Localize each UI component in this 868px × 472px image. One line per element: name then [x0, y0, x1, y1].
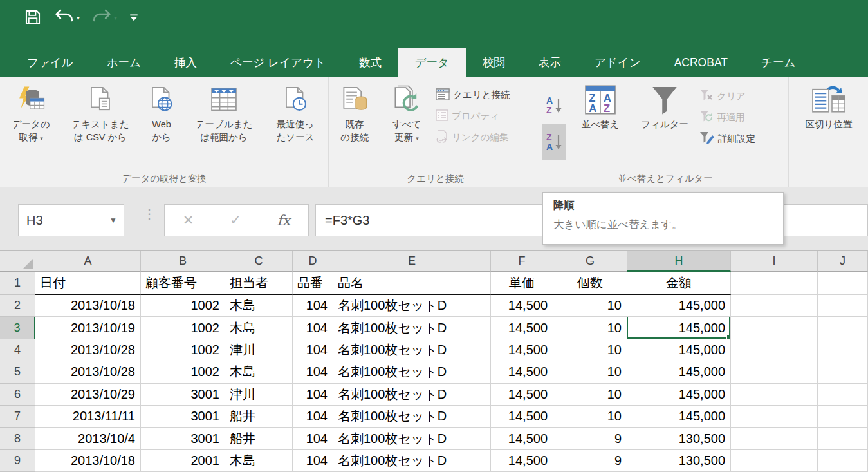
row-header-9[interactable]: 9 [0, 450, 35, 472]
from-table-range-button[interactable]: テーブルまた は範囲から [184, 80, 264, 144]
cell-C2[interactable]: 木島 [225, 295, 293, 317]
cell-B7[interactable]: 3001 [141, 406, 225, 428]
row-header-7[interactable]: 7 [0, 406, 35, 428]
cell-I3[interactable] [731, 317, 818, 339]
cell-J2[interactable] [818, 295, 868, 317]
cell-C6[interactable]: 津川 [225, 384, 293, 406]
ribbon-tab[interactable]: 校閲 [466, 48, 522, 77]
cell-A7[interactable]: 2013/11/11 [35, 406, 141, 428]
cell-I7[interactable] [731, 406, 818, 428]
formula-bar-splitter[interactable]: ⋮ [143, 211, 156, 217]
cell-F2[interactable]: 14,500 [491, 295, 553, 317]
column-header-J[interactable]: J [818, 251, 868, 272]
filter-button[interactable]: フィルター [633, 80, 697, 131]
column-header-C[interactable]: C [225, 251, 293, 272]
cell-H2[interactable]: 145,000 [627, 295, 731, 317]
cell-D9[interactable]: 104 [293, 450, 333, 472]
cell-E2[interactable]: 名刺100枚セットD [333, 295, 491, 317]
cell-J8[interactable] [818, 428, 868, 449]
column-header-B[interactable]: B [141, 251, 225, 272]
cell-D6[interactable]: 104 [293, 384, 333, 406]
cell-A6[interactable]: 2013/10/29 [35, 384, 141, 406]
cell-E5[interactable]: 名刺100枚セットD [333, 361, 491, 383]
cell-I2[interactable] [731, 295, 818, 317]
get-data-button[interactable]: データの 取得 ▾ [0, 80, 62, 145]
column-header-G[interactable]: G [553, 251, 627, 272]
cell-F8[interactable]: 14,500 [491, 428, 553, 449]
column-header-I[interactable]: I [731, 251, 818, 272]
cell-J1[interactable] [818, 272, 868, 295]
cell-D2[interactable]: 104 [293, 295, 333, 317]
cell-I8[interactable] [731, 428, 818, 449]
cell-J3[interactable] [818, 317, 868, 339]
ribbon-tab[interactable]: ACROBAT [658, 48, 744, 77]
column-header-H[interactable]: H [627, 251, 731, 272]
cell-A5[interactable]: 2013/10/28 [35, 361, 141, 383]
insert-function-icon[interactable]: fx [277, 212, 291, 229]
cell-E9[interactable]: 名刺100枚セットD [333, 450, 491, 472]
ribbon-tab[interactable]: アドイン [578, 48, 658, 77]
cell-G4[interactable]: 10 [553, 339, 627, 361]
queries-connections-button[interactable]: クエリと接続 [433, 84, 541, 106]
cell-J9[interactable] [818, 450, 868, 472]
name-box[interactable]: H3 ▼ [18, 204, 124, 236]
cell-J6[interactable] [818, 384, 868, 406]
cell-A3[interactable]: 2013/10/19 [35, 317, 141, 339]
cell-F6[interactable]: 14,500 [491, 384, 553, 406]
cell-G7[interactable]: 10 [553, 406, 627, 428]
cell-H8[interactable]: 130,500 [627, 428, 731, 449]
advanced-filter-button[interactable]: 詳細設定 [697, 128, 787, 149]
cell-E3[interactable]: 名刺100枚セットD [333, 317, 491, 339]
cell-B1[interactable]: 顧客番号 [141, 272, 225, 295]
cell-H9[interactable]: 130,500 [627, 450, 731, 472]
cell-I9[interactable] [731, 450, 818, 472]
cell-D3[interactable]: 104 [293, 317, 333, 339]
cell-G3[interactable]: 10 [553, 317, 627, 339]
cell-I5[interactable] [731, 361, 818, 383]
from-text-csv-button[interactable]: テキストまた は CSV から [62, 80, 139, 144]
cell-E4[interactable]: 名刺100枚セットD [333, 339, 491, 361]
row-header-5[interactable]: 5 [0, 361, 35, 383]
text-to-columns-button[interactable]: 区切り位置 [791, 80, 867, 131]
from-web-button[interactable]: Web から [139, 80, 184, 144]
cell-F7[interactable]: 14,500 [491, 406, 553, 428]
cell-I1[interactable] [731, 272, 818, 295]
sort-ascending-button[interactable]: AZ [542, 87, 566, 124]
cell-C3[interactable]: 木島 [225, 317, 293, 339]
undo-button[interactable]: ▾ [54, 8, 80, 26]
cell-F9[interactable]: 14,500 [491, 450, 553, 472]
cell-C9[interactable]: 木島 [225, 450, 293, 472]
cell-C1[interactable]: 担当者 [225, 272, 293, 295]
cell-I6[interactable] [731, 384, 818, 406]
cell-B2[interactable]: 1002 [141, 295, 225, 317]
cell-E8[interactable]: 名刺100枚セットD [333, 428, 491, 449]
cell-C5[interactable]: 木島 [225, 361, 293, 383]
cell-H1[interactable]: 金額 [627, 272, 731, 295]
fill-handle[interactable] [726, 335, 731, 339]
column-header-F[interactable]: F [491, 251, 553, 272]
row-header-2[interactable]: 2 [0, 295, 35, 317]
cell-A2[interactable]: 2013/10/18 [35, 295, 141, 317]
cell-B8[interactable]: 3001 [141, 428, 225, 449]
undo-dropdown-icon[interactable]: ▾ [77, 14, 80, 21]
cell-B3[interactable]: 1002 [141, 317, 225, 339]
cell-G6[interactable]: 10 [553, 384, 627, 406]
row-header-1[interactable]: 1 [0, 272, 35, 295]
cell-J7[interactable] [818, 406, 868, 428]
cell-F1[interactable]: 単価 [491, 272, 553, 295]
cell-A9[interactable]: 2013/10/18 [35, 450, 141, 472]
cell-F4[interactable]: 14,500 [491, 339, 553, 361]
ribbon-tab[interactable]: ホーム [90, 48, 158, 77]
cell-H3[interactable]: 145,000 [627, 317, 731, 339]
column-header-A[interactable]: A [35, 251, 141, 272]
cell-G5[interactable]: 10 [553, 361, 627, 383]
ribbon-tab[interactable]: 挿入 [158, 48, 214, 77]
customize-qat-button[interactable] [129, 12, 139, 23]
cell-G9[interactable]: 9 [553, 450, 627, 472]
cell-E6[interactable]: 名刺100枚セットD [333, 384, 491, 406]
cell-D4[interactable]: 104 [293, 339, 333, 361]
cell-G1[interactable]: 個数 [553, 272, 627, 295]
sort-descending-button[interactable]: ZA [542, 124, 566, 160]
ribbon-tab[interactable]: チーム [744, 48, 812, 77]
cell-B6[interactable]: 3001 [141, 384, 225, 406]
